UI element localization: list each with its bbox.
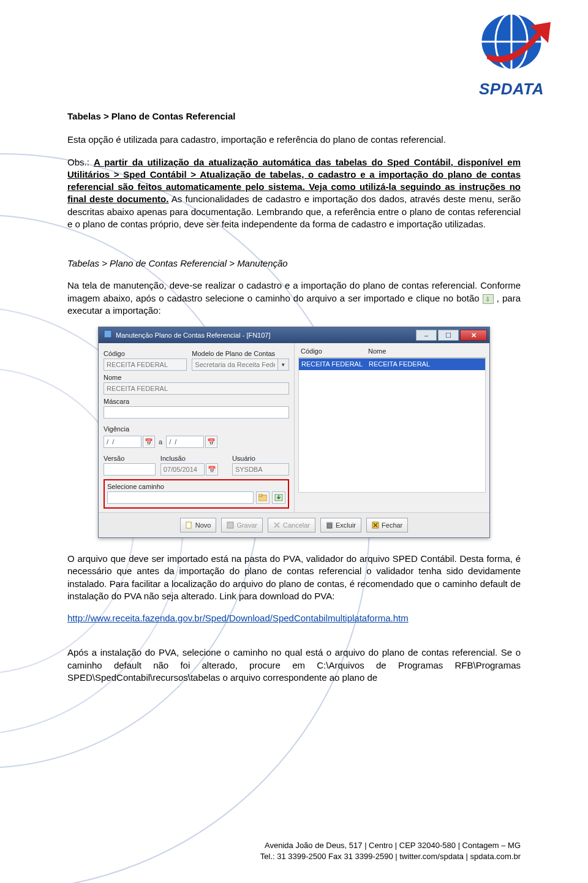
minimize-button[interactable]: – bbox=[416, 330, 437, 341]
dialog-titlebar: Manutenção Plano de Contas Referencial -… bbox=[99, 327, 489, 343]
footer-contact: Tel.: 31 3399-2500 Fax 31 3399-2590 | tw… bbox=[260, 851, 521, 862]
label-inclusao: Inclusão bbox=[160, 454, 227, 463]
cancelar-label: Cancelar bbox=[283, 521, 310, 530]
import-run-icon[interactable] bbox=[272, 491, 285, 504]
input-inclusao[interactable] bbox=[160, 463, 205, 476]
list-cell-code: RECEITA FEDERAL bbox=[299, 358, 366, 370]
list-cell-name: RECEITA FEDERAL bbox=[366, 358, 432, 370]
excluir-label: Excluir bbox=[336, 521, 356, 530]
sub-breadcrumb: Tabelas > Plano de Contas Referencial > … bbox=[67, 257, 521, 270]
window-icon bbox=[104, 330, 112, 341]
pva-download-link[interactable]: http://www.receita.fazenda.gov.br/Sped/D… bbox=[67, 613, 409, 623]
delete-icon bbox=[326, 521, 333, 529]
gravar-button[interactable]: Gravar bbox=[221, 518, 263, 532]
label-selecione: Selecione caminho bbox=[107, 482, 285, 491]
dialog-footer: Novo Gravar Cancelar Excluir Fechar bbox=[99, 512, 489, 537]
input-codigo[interactable] bbox=[104, 358, 187, 371]
obs-paragraph: Obs.: A partir da utilização da atualiza… bbox=[67, 156, 521, 231]
svg-rect-8 bbox=[227, 522, 233, 528]
list-col-nome: Nome bbox=[366, 346, 388, 357]
input-usuario[interactable] bbox=[232, 463, 289, 476]
novo-button[interactable]: Novo bbox=[180, 518, 217, 532]
instruction-text-a: Na tela de manutenção, deve-se realizar … bbox=[67, 280, 521, 303]
list-col-codigo: Código bbox=[298, 346, 366, 357]
list-body[interactable]: RECEITA FEDERAL RECEITA FEDERAL bbox=[298, 358, 486, 493]
svg-rect-7 bbox=[186, 522, 191, 528]
calendar-icon[interactable]: 📅 bbox=[206, 463, 218, 476]
dialog-window: Manutenção Plano de Contas Referencial -… bbox=[98, 327, 490, 538]
label-codigo: Código bbox=[104, 349, 187, 358]
select-modelo[interactable] bbox=[192, 358, 278, 371]
save-icon bbox=[227, 521, 234, 529]
input-mascara[interactable] bbox=[104, 406, 289, 419]
list-row[interactable]: RECEITA FEDERAL RECEITA FEDERAL bbox=[299, 358, 485, 370]
svg-rect-9 bbox=[327, 523, 332, 528]
svg-rect-3 bbox=[104, 330, 111, 338]
page-content: Tabelas > Plano de Contas Referencial Es… bbox=[0, 0, 588, 684]
novo-label: Novo bbox=[195, 521, 211, 530]
cancelar-button[interactable]: Cancelar bbox=[268, 518, 315, 532]
label-a: a bbox=[159, 438, 162, 447]
input-vigencia-to[interactable] bbox=[166, 436, 204, 448]
after-install-paragraph: Após a instalação do PVA, selecione o ca… bbox=[67, 646, 521, 684]
dialog-screenshot: Manutenção Plano de Contas Referencial -… bbox=[67, 327, 521, 538]
list-header: Código Nome bbox=[298, 346, 486, 358]
chevron-down-icon[interactable]: ▾ bbox=[278, 358, 289, 371]
calendar-icon[interactable]: 📅 bbox=[143, 436, 155, 448]
label-versao: Versão bbox=[104, 454, 156, 463]
path-highlight-box: Selecione caminho bbox=[104, 479, 289, 509]
excluir-button[interactable]: Excluir bbox=[320, 518, 361, 532]
input-vigencia-from[interactable] bbox=[104, 436, 141, 448]
calendar-icon[interactable]: 📅 bbox=[205, 436, 217, 448]
fechar-button[interactable]: Fechar bbox=[366, 518, 408, 532]
footer-address: Avenida João de Deus, 517 | Centro | CEP… bbox=[260, 840, 521, 851]
browse-folder-icon[interactable] bbox=[256, 491, 270, 504]
maximize-button[interactable]: ☐ bbox=[438, 330, 459, 341]
page-footer: Avenida João de Deus, 517 | Centro | CEP… bbox=[260, 840, 521, 862]
import-icon-inline: ⇩ bbox=[483, 294, 494, 304]
input-nome[interactable] bbox=[104, 382, 289, 395]
obs-prefix: Obs.: bbox=[67, 157, 94, 167]
intro-paragraph: Esta opção é utilizada para cadastro, im… bbox=[67, 134, 521, 146]
instruction-paragraph: Na tela de manutenção, deve-se realizar … bbox=[67, 279, 521, 317]
gravar-label: Gravar bbox=[236, 521, 257, 530]
close-icon bbox=[372, 521, 379, 529]
breadcrumb-heading: Tabelas > Plano de Contas Referencial bbox=[67, 110, 521, 123]
close-button[interactable]: ✕ bbox=[460, 330, 487, 341]
svg-rect-5 bbox=[258, 494, 262, 496]
label-modelo: Modelo de Plano de Contas bbox=[192, 349, 289, 358]
download-link-paragraph: http://www.receita.fazenda.gov.br/Sped/D… bbox=[67, 612, 521, 624]
input-versao[interactable] bbox=[104, 463, 156, 476]
label-usuario: Usuário bbox=[232, 454, 289, 463]
fechar-label: Fechar bbox=[382, 521, 402, 530]
label-nome: Nome bbox=[104, 373, 289, 382]
svg-rect-10 bbox=[326, 522, 333, 523]
dialog-title: Manutenção Plano de Contas Referencial -… bbox=[116, 331, 271, 340]
label-vigencia: Vigência bbox=[104, 425, 289, 434]
label-mascara: Máscara bbox=[104, 397, 289, 406]
cancel-icon bbox=[273, 521, 281, 529]
pva-paragraph: O arquivo que deve ser importado está na… bbox=[67, 553, 521, 602]
input-path[interactable] bbox=[107, 491, 254, 504]
new-icon bbox=[186, 521, 193, 529]
